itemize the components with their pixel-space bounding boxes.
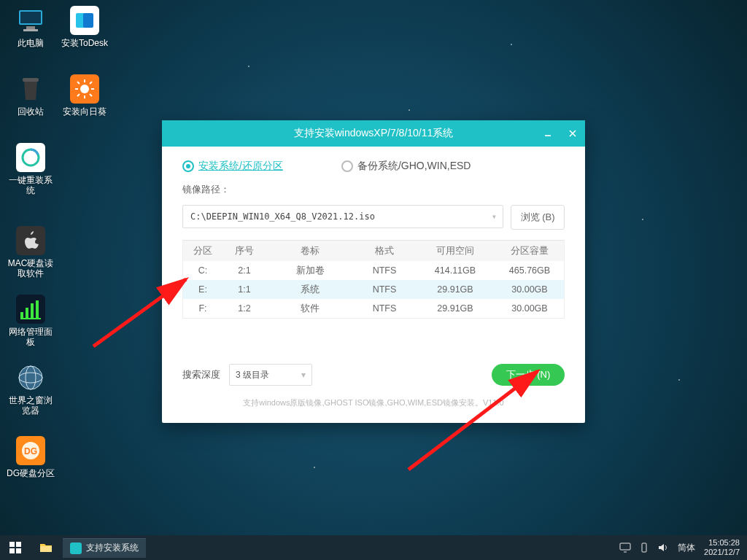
mac-icon: [16, 226, 45, 255]
partition-table: 分区 序号 卷标 格式 可用空间 分区容量 C:2:1新加卷NTFS414.11…: [182, 240, 565, 319]
svg-rect-1: [20, 12, 41, 23]
svg-rect-37: [620, 543, 630, 550]
desktop-icon-net[interactable]: 网络管理面板: [6, 295, 55, 347]
bin-icon: [16, 74, 45, 104]
icon-label: 回收站: [6, 106, 55, 117]
dg-icon: DG: [16, 436, 45, 465]
app-icon: [70, 542, 82, 554]
partition-row-F[interactable]: F:1:2软件NTFS29.91GB30.00GB: [183, 299, 564, 318]
svg-rect-34: [9, 548, 15, 553]
radio-dot-icon: [182, 160, 194, 172]
icon-label: 世界之窗浏览器: [6, 395, 55, 416]
start-button[interactable]: [0, 535, 31, 560]
radio-backup[interactable]: 备份系统/GHO,WIN,ESD: [341, 160, 471, 173]
sun-icon: [70, 74, 99, 104]
svg-rect-33: [16, 542, 21, 547]
tray-volume-icon[interactable]: [657, 535, 669, 560]
path-label: 镜像路径：: [162, 180, 585, 199]
svg-line-13: [90, 94, 92, 96]
table-header: 分区 序号 卷标 格式 可用空间 分区容量: [183, 241, 564, 261]
pc-icon: [16, 6, 45, 35]
icon-label: 安装ToDesk: [60, 38, 109, 48]
tray-ime[interactable]: 简体: [678, 542, 695, 554]
tray-monitor-icon[interactable]: [619, 535, 631, 560]
desktop-icon-globe[interactable]: 世界之窗浏览器: [6, 363, 55, 416]
svg-rect-39: [642, 543, 646, 552]
svg-rect-18: [31, 303, 34, 318]
svg-rect-20: [20, 318, 41, 319]
globe-icon: [16, 363, 45, 392]
tray-usb-icon[interactable]: [640, 535, 649, 560]
tray-clock[interactable]: 15:05:28 2021/12/7: [704, 538, 740, 557]
svg-rect-5: [83, 13, 93, 28]
icon-label: 安装向日葵: [60, 106, 109, 117]
file-explorer-button[interactable]: [31, 535, 61, 560]
desktop-icon-bin[interactable]: 回收站: [6, 74, 55, 117]
icon-label: MAC硬盘读取软件: [6, 258, 55, 279]
net-icon: [16, 295, 45, 324]
window-titlebar: 支持安装windowsXP/7/8/10/11系统: [162, 120, 585, 147]
desktop-icon-sun[interactable]: 安装向日葵: [60, 74, 109, 117]
svg-text:DG: DG: [24, 446, 37, 456]
svg-rect-6: [23, 78, 39, 82]
svg-rect-19: [36, 300, 39, 318]
browse-button[interactable]: 浏览 (B): [511, 205, 565, 230]
chevron-down-icon: ▾: [492, 211, 497, 222]
svg-rect-17: [26, 308, 28, 318]
todesk-icon: [70, 6, 99, 35]
desktop-icon-todesk[interactable]: 安装ToDesk: [60, 6, 109, 48]
svg-rect-32: [9, 542, 15, 547]
svg-rect-3: [23, 29, 38, 31]
desktop-icon-reinstall[interactable]: 一键重装系统: [6, 143, 55, 195]
desktop-icon-mac[interactable]: MAC硬盘读取软件: [6, 226, 55, 279]
icon-label: 网络管理面板: [6, 327, 55, 347]
svg-line-12: [77, 82, 80, 84]
installer-window: 支持安装windowsXP/7/8/10/11系统 安装系统/还原分区 备份系统…: [162, 120, 585, 423]
chevron-down-icon: ▾: [301, 370, 306, 380]
desktop-icon-pc[interactable]: 此电脑: [6, 6, 55, 48]
icon-label: 此电脑: [6, 38, 55, 48]
minimize-button[interactable]: [535, 120, 560, 147]
image-path-dropdown[interactable]: C:\DEEPIN_WIN10_X64_Q8_V2021.12.iso ▾: [182, 205, 503, 228]
svg-line-14: [90, 82, 92, 84]
window-title: 支持安装windowsXP/7/8/10/11系统: [294, 127, 454, 140]
radio-backup-label: 备份系统/GHO,WIN,ESD: [357, 160, 471, 173]
footer-text: 支持windows原版镜像,GHOST ISO镜像,GHO,WIM,ESD镜像安…: [162, 397, 585, 408]
radio-dot-icon: [341, 160, 353, 172]
reinstall-icon: [16, 143, 45, 172]
radio-install-label: 安装系统/还原分区: [198, 160, 283, 173]
icon-label: 一键重装系统: [6, 175, 55, 195]
taskbar: 支持安装系统 简体 15:05:28 2021/12/7: [0, 535, 747, 560]
task-label: 支持安装系统: [86, 542, 139, 554]
close-button[interactable]: [560, 120, 585, 147]
taskbar-task-installer[interactable]: 支持安装系统: [63, 538, 146, 558]
svg-point-7: [80, 85, 89, 93]
next-button[interactable]: 下一步 (N): [492, 364, 565, 386]
image-path-value: C:\DEEPIN_WIN10_X64_Q8_V2021.12.iso: [190, 211, 375, 222]
svg-rect-2: [26, 26, 35, 29]
icon-label: DG硬盘分区: [6, 468, 55, 478]
partition-row-C[interactable]: C:2:1新加卷NTFS414.11GB465.76GB: [183, 261, 564, 280]
search-depth-select[interactable]: 3 级目录 ▾: [229, 364, 312, 386]
radio-install-restore[interactable]: 安装系统/还原分区: [182, 160, 283, 173]
svg-line-15: [77, 94, 80, 96]
svg-rect-35: [16, 548, 21, 553]
desktop-icon-dg[interactable]: DGDG硬盘分区: [6, 436, 55, 478]
svg-rect-16: [20, 312, 23, 318]
partition-row-E[interactable]: E:1:1系统NTFS29.91GB30.00GB: [183, 280, 564, 299]
svg-rect-36: [40, 546, 52, 552]
depth-label: 搜索深度: [182, 368, 220, 381]
